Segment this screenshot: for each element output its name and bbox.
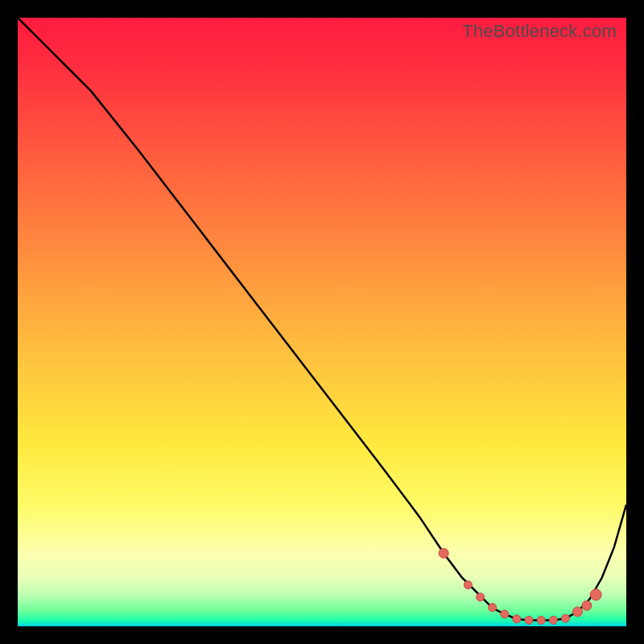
- marker-point: [477, 593, 485, 601]
- curve-line: [18, 18, 626, 620]
- marker-point: [464, 581, 472, 589]
- marker-point: [537, 616, 545, 624]
- chart-area: TheBottleneck.com: [18, 18, 626, 626]
- marker-point: [582, 601, 592, 610]
- marker-point: [439, 548, 448, 558]
- marker-point: [489, 604, 497, 612]
- marker-group: [439, 548, 601, 624]
- marker-point: [561, 614, 569, 622]
- marker-point: [513, 615, 521, 623]
- marker-point: [573, 607, 583, 617]
- marker-point: [549, 616, 557, 624]
- chart-svg: [18, 18, 626, 626]
- marker-point: [501, 610, 509, 618]
- marker-point: [525, 616, 533, 624]
- marker-point: [590, 589, 601, 601]
